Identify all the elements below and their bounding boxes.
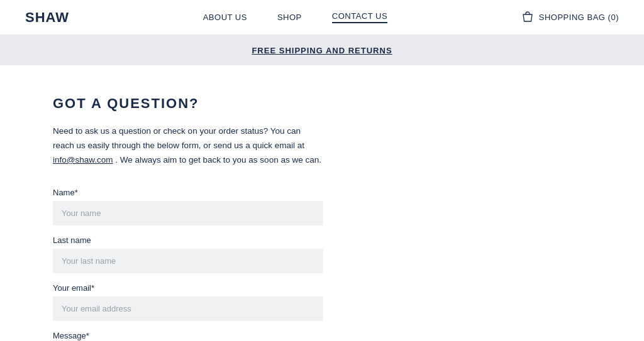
email-link[interactable]: info@shaw.com — [53, 155, 113, 165]
main-nav: ABOUT US SHOP CONTACT US — [203, 11, 387, 23]
nav-shop[interactable]: SHOP — [277, 13, 302, 22]
cart-label: SHOPPING BAG (0) — [539, 13, 619, 22]
email-field-group: Your email* — [53, 283, 323, 321]
contact-page: GOT A QUESTION? Need to ask us a questio… — [0, 65, 440, 341]
page-title: GOT A QUESTION? — [53, 95, 415, 112]
email-label: Your email* — [53, 283, 323, 293]
lastname-input[interactable] — [53, 249, 323, 273]
message-field-group: Message* — [53, 331, 323, 341]
name-input[interactable] — [53, 201, 323, 225]
description: Need to ask us a question or check on yo… — [53, 124, 323, 168]
contact-form: Name* Last name Your email* Message* — [53, 188, 323, 341]
name-label: Name* — [53, 188, 323, 197]
lastname-field-group: Last name — [53, 235, 323, 273]
cart-button[interactable]: SHOPPING BAG (0) — [521, 11, 619, 24]
message-label: Message* — [53, 331, 323, 340]
nav-contact[interactable]: CONTACT US — [332, 11, 387, 23]
nav-about[interactable]: ABOUT US — [203, 13, 247, 22]
promo-link[interactable]: FREE SHIPPING AND RETURNS — [252, 46, 392, 55]
cart-icon — [521, 11, 534, 24]
site-header: SHAW ABOUT US SHOP CONTACT US SHOPPING B… — [0, 0, 644, 35]
lastname-label: Last name — [53, 235, 323, 245]
email-input[interactable] — [53, 296, 323, 321]
name-field-group: Name* — [53, 188, 323, 225]
site-logo[interactable]: SHAW — [25, 9, 69, 26]
promo-banner: FREE SHIPPING AND RETURNS — [0, 35, 644, 65]
